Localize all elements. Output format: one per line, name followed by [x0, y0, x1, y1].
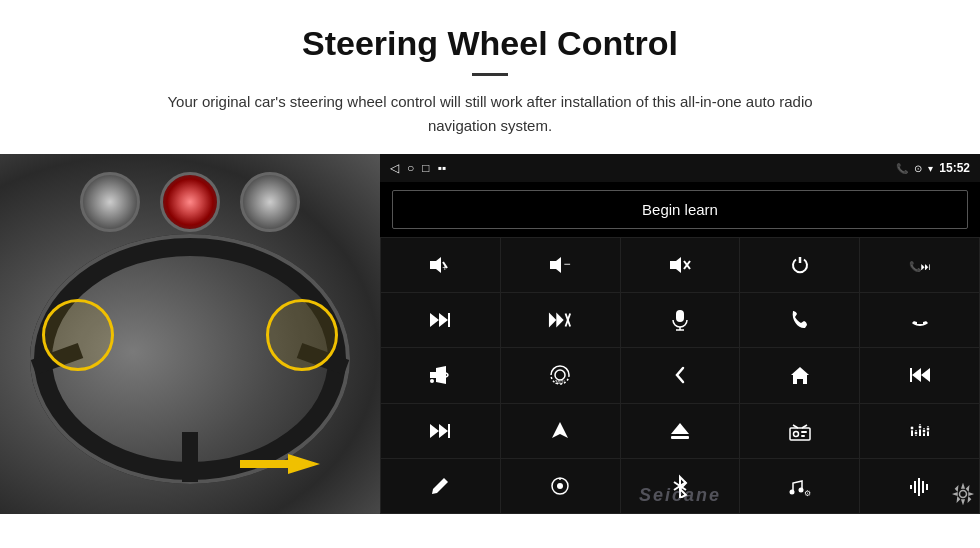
gauge-center [160, 172, 220, 232]
begin-learn-row: Begin learn [380, 182, 980, 237]
svg-marker-21 [436, 366, 446, 384]
music-settings-button[interactable]: ⚙ [740, 459, 859, 513]
skip-cross-button[interactable] [501, 293, 620, 347]
prev-track-button[interactable] [860, 348, 979, 402]
button-cluster-left [42, 299, 114, 371]
status-right-icons: 📞 ⊙ ▾ 15:52 [896, 161, 970, 175]
svg-text:360°: 360° [555, 379, 565, 385]
page-wrapper: Steering Wheel Control Your original car… [0, 0, 980, 514]
svg-rect-38 [801, 435, 805, 437]
svg-point-22 [430, 379, 434, 383]
svg-marker-13 [549, 313, 556, 328]
svg-marker-14 [556, 313, 563, 328]
arrow-body [240, 454, 320, 474]
gauge-left [80, 172, 140, 232]
button-cluster-right [266, 299, 338, 371]
begin-learn-button[interactable]: Begin learn [392, 190, 968, 229]
svg-marker-32 [552, 422, 568, 438]
svg-rect-12 [448, 313, 450, 327]
svg-point-45 [914, 431, 918, 435]
svg-point-50 [557, 483, 563, 489]
hang-up-button[interactable] [860, 293, 979, 347]
svg-marker-33 [671, 423, 689, 434]
svg-point-44 [910, 426, 914, 430]
status-nav-icons: ◁ ○ □ ▪▪ [390, 161, 446, 175]
svg-rect-31 [448, 424, 450, 438]
radio-button[interactable] [740, 404, 859, 458]
svg-text:📞⏭: 📞⏭ [909, 260, 931, 273]
spoke-bottom [182, 432, 198, 482]
svg-marker-11 [439, 313, 448, 327]
content-area: ◁ ○ □ ▪▪ 📞 ⊙ ▾ 15:52 Begin learn [0, 154, 980, 514]
svg-point-47 [922, 429, 926, 433]
svg-rect-37 [801, 431, 807, 433]
svg-point-48 [926, 427, 930, 431]
icon-grid: + − [380, 237, 980, 514]
svg-rect-57 [910, 485, 912, 489]
vol-up-button[interactable]: + [381, 238, 500, 292]
svg-marker-6 [670, 257, 681, 273]
svg-marker-4 [550, 257, 561, 273]
svg-marker-27 [921, 368, 930, 382]
clock: 15:52 [939, 161, 970, 175]
vol-down-button[interactable]: − [501, 238, 620, 292]
next-track-button[interactable] [381, 293, 500, 347]
power-button[interactable] [740, 238, 859, 292]
head-unit: ◁ ○ □ ▪▪ 📞 ⊙ ▾ 15:52 Begin learn [380, 154, 980, 514]
arrow-overlay [230, 404, 350, 484]
svg-marker-10 [430, 313, 439, 327]
phone-signal-icon: 📞 [896, 163, 908, 174]
eq-button[interactable] [860, 404, 979, 458]
phone-call-button[interactable] [740, 293, 859, 347]
gear-icon[interactable] [952, 483, 974, 510]
gps-icon: ⊙ [914, 163, 922, 174]
svg-rect-59 [918, 478, 920, 496]
navigation-button[interactable] [501, 404, 620, 458]
gauge-right [240, 172, 300, 232]
gauge-area [60, 162, 320, 242]
home-button[interactable] [740, 348, 859, 402]
svg-point-36 [793, 431, 798, 436]
bluetooth-button[interactable] [621, 459, 740, 513]
eject-button[interactable] [621, 404, 740, 458]
svg-marker-28 [912, 368, 921, 382]
title-divider [472, 73, 508, 76]
fast-forward-button[interactable] [381, 404, 500, 458]
svg-point-62 [960, 491, 967, 498]
pen-button[interactable] [381, 459, 500, 513]
phone-skip-button[interactable]: 📞⏭ [860, 238, 979, 292]
mic-button[interactable] [621, 293, 740, 347]
nav-recents-icon: □ [422, 161, 429, 175]
nav-back-icon: ◁ [390, 161, 399, 175]
wifi-icon: ▾ [928, 163, 933, 174]
svg-marker-25 [791, 367, 809, 384]
back-button[interactable] [621, 348, 740, 402]
page-title: Steering Wheel Control [60, 24, 920, 63]
subtitle: Your original car's steering wheel contr… [140, 90, 840, 138]
svg-rect-34 [671, 436, 689, 439]
svg-marker-20 [430, 372, 436, 378]
svg-marker-0 [430, 257, 441, 273]
mute-button[interactable] [621, 238, 740, 292]
steering-wheel-image [0, 154, 380, 514]
svg-rect-26 [910, 368, 912, 382]
camera-360-button[interactable]: 360° [501, 348, 620, 402]
knob-button[interactable] [501, 459, 620, 513]
svg-marker-29 [430, 424, 439, 438]
nav-battery-icon: ▪▪ [438, 161, 447, 175]
svg-text:+: + [443, 263, 448, 273]
svg-marker-30 [439, 424, 448, 438]
svg-text:−: − [564, 257, 571, 271]
svg-point-46 [918, 425, 922, 429]
header-section: Steering Wheel Control Your original car… [0, 0, 980, 154]
horn-button[interactable] [381, 348, 500, 402]
svg-rect-60 [922, 481, 924, 493]
svg-rect-58 [914, 481, 916, 493]
svg-point-54 [789, 489, 794, 494]
svg-rect-17 [676, 310, 684, 322]
status-bar: ◁ ○ □ ▪▪ 📞 ⊙ ▾ 15:52 [380, 154, 980, 182]
nav-home-icon: ○ [407, 161, 414, 175]
svg-text:⚙: ⚙ [803, 489, 810, 497]
svg-rect-61 [926, 484, 928, 490]
